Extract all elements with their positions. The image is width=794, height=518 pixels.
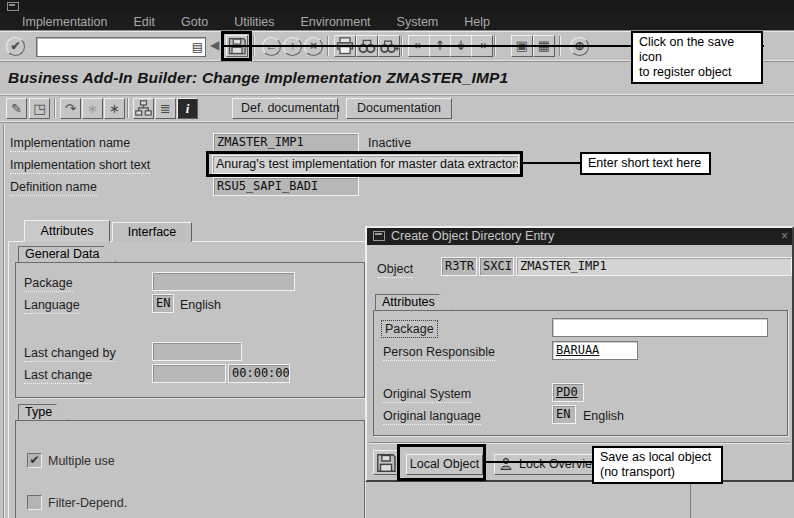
last-change-date-field bbox=[152, 364, 226, 383]
local-object-note-line1: Save as local object bbox=[600, 450, 715, 465]
person-responsible-label: Person Responsible bbox=[383, 345, 495, 361]
info-icon[interactable]: i bbox=[177, 98, 198, 119]
implementation-short-text-label: Implementation short text bbox=[10, 158, 150, 174]
frame-line bbox=[690, 482, 691, 518]
dialog-save-icon[interactable] bbox=[373, 450, 399, 475]
dialog-attributes-group-label: Attributes bbox=[375, 294, 452, 310]
menu-system[interactable]: System bbox=[384, 15, 452, 29]
dialog-object-label: Object bbox=[377, 262, 413, 278]
dialog-titlebar[interactable]: Create Object Directory Entry × bbox=[367, 228, 792, 245]
menu-implementation[interactable]: Implementation bbox=[0, 15, 120, 29]
display-change-icon[interactable]: ✎ bbox=[6, 98, 27, 119]
command-field[interactable]: ▤ bbox=[36, 37, 206, 57]
multiple-use-label: Multiple use bbox=[48, 454, 115, 468]
window-titlebar bbox=[0, 0, 794, 13]
tab-interface[interactable]: Interface bbox=[112, 222, 192, 242]
dialog-title: Create Object Directory Entry bbox=[391, 228, 554, 244]
package-label: Package bbox=[24, 276, 73, 292]
original-language-field: EN bbox=[552, 405, 576, 424]
last-change-label: Last change bbox=[24, 368, 92, 384]
copy-implementation-icon[interactable]: ◳ bbox=[29, 98, 50, 119]
filter-depend-label: Filter-Depend. bbox=[48, 496, 127, 510]
dialog-close-icon[interactable]: × bbox=[781, 228, 788, 244]
local-object-highlight bbox=[397, 444, 486, 481]
local-object-note-line2: (no transport) bbox=[600, 465, 715, 480]
dialog-package-field[interactable] bbox=[552, 318, 768, 337]
hierarchy-icon[interactable] bbox=[133, 98, 154, 119]
check-icon[interactable]: ∗ bbox=[104, 98, 125, 119]
short-text-note: Enter short text here bbox=[580, 152, 711, 175]
menu-utilities[interactable]: Utilities bbox=[221, 15, 287, 29]
implementation-name-label: Implementation name bbox=[10, 136, 130, 152]
language-label: Language bbox=[24, 298, 80, 314]
person-icon bbox=[498, 456, 514, 472]
short-text-connector bbox=[523, 162, 580, 164]
filter-depend-checkbox[interactable] bbox=[27, 495, 42, 510]
save-note: Click on the save icon to register objec… bbox=[631, 31, 763, 84]
original-system-field: PD0 bbox=[552, 383, 584, 402]
last-change-time-field: 00:00:00 bbox=[228, 364, 290, 383]
activate-icon[interactable]: ↷ bbox=[60, 98, 81, 119]
command-history-icon[interactable]: ▤ bbox=[192, 40, 203, 54]
check-inactive-icon: ∗ bbox=[82, 98, 103, 119]
local-object-connector bbox=[486, 461, 596, 463]
save-note-line2: to register object bbox=[639, 65, 755, 80]
language-name-text: English bbox=[180, 298, 221, 312]
general-data-group-label: General Data bbox=[18, 246, 116, 262]
multiple-use-checkbox[interactable]: ✔ bbox=[27, 453, 42, 468]
save-note-line1: Click on the save icon bbox=[639, 35, 755, 65]
window-frame-left bbox=[3, 124, 4, 518]
menu-environment[interactable]: Environment bbox=[287, 15, 383, 29]
menu-help[interactable]: Help bbox=[451, 15, 503, 29]
dialog-window-icon bbox=[373, 231, 385, 241]
enter-icon[interactable]: ✔ bbox=[6, 37, 25, 56]
original-system-label: Original System bbox=[383, 387, 471, 403]
implementation-status-text: Inactive bbox=[368, 136, 411, 150]
documentation-button[interactable]: Documentation bbox=[346, 98, 452, 119]
menu-bar: Implementation Edit Goto Utilities Envir… bbox=[0, 13, 794, 30]
window-icon bbox=[7, 2, 19, 11]
local-object-note: Save as local object (no transport) bbox=[592, 446, 723, 484]
original-language-name-text: English bbox=[583, 409, 624, 423]
dialog-package-label[interactable]: Package bbox=[381, 320, 438, 338]
menu-edit[interactable]: Edit bbox=[120, 15, 168, 29]
last-changed-by-label: Last changed by bbox=[24, 346, 116, 362]
collapse-toolbar-icon[interactable]: ◀ bbox=[210, 38, 219, 52]
original-language-label: Original language bbox=[383, 409, 481, 425]
object-type-field: R3TR bbox=[441, 257, 477, 276]
short-text-highlight bbox=[206, 151, 523, 177]
tab-attributes[interactable]: Attributes bbox=[24, 220, 110, 242]
person-responsible-field[interactable]: BARUAA bbox=[552, 341, 638, 360]
short-text-note-text: Enter short text here bbox=[588, 156, 703, 171]
def-documentation-button[interactable]: Def. documentatn bbox=[232, 98, 338, 119]
print-list-icon[interactable]: ≣ bbox=[155, 98, 176, 119]
last-changed-by-field bbox=[152, 342, 242, 361]
object-name-field: ZMASTER_IMP1 bbox=[516, 257, 792, 276]
application-toolbar: ✎ ◳ ↷ ∗ ∗ ≣ i Def. documentatn Documenta… bbox=[0, 94, 794, 123]
implementation-name-field[interactable]: ZMASTER_IMP1 bbox=[213, 133, 359, 152]
menu-goto[interactable]: Goto bbox=[168, 15, 221, 29]
definition-name-label: Definition name bbox=[10, 180, 97, 196]
package-field[interactable] bbox=[152, 272, 295, 291]
definition-name-field[interactable]: RSU5_SAPI_BADI bbox=[213, 177, 359, 196]
page-title: Business Add-In Builder: Change Implemen… bbox=[8, 69, 508, 87]
object-subtype-field: SXCI bbox=[479, 257, 514, 276]
language-code-field[interactable]: EN bbox=[152, 294, 174, 313]
